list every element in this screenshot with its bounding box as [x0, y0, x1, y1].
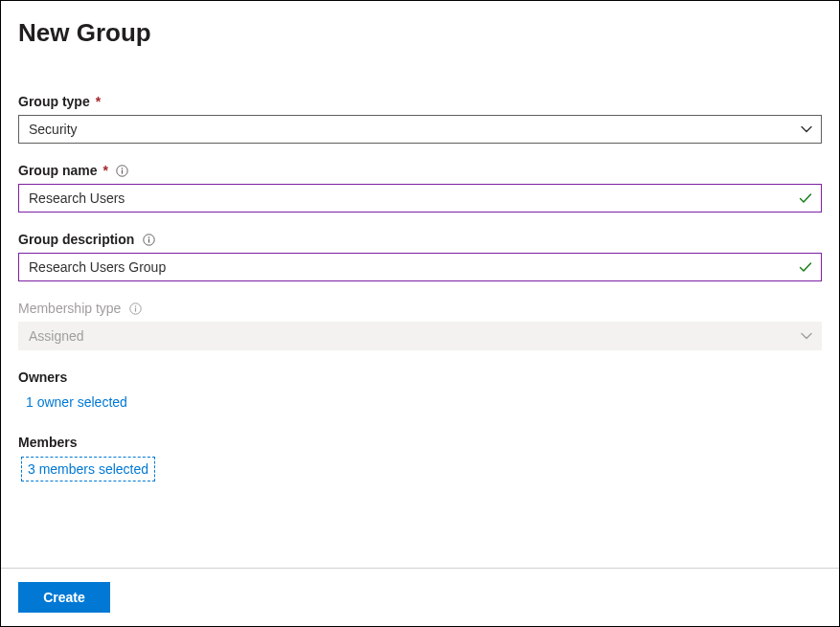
svg-point-7 — [135, 305, 137, 307]
group-name-field: Group name * Research Users — [18, 163, 822, 213]
membership-type-select-wrap: Assigned — [18, 322, 822, 350]
group-description-label-text: Group description — [18, 232, 134, 247]
members-selected-link[interactable]: 3 members selected — [24, 459, 152, 479]
membership-type-field: Membership type Assigned — [18, 301, 822, 350]
owners-section: Owners 1 owner selected — [18, 369, 822, 410]
membership-type-label-text: Membership type — [18, 301, 121, 316]
group-description-field: Group description Research Users Group — [18, 232, 822, 281]
svg-point-1 — [122, 168, 124, 169]
chevron-down-icon — [800, 123, 813, 136]
checkmark-icon — [798, 259, 813, 275]
members-section: Members 3 members selected — [18, 435, 822, 479]
form-footer: Create — [1, 568, 839, 626]
form-content: New Group Group type * Security Group na… — [1, 1, 839, 568]
info-icon[interactable] — [116, 164, 129, 177]
group-name-input-wrap: Research Users — [18, 184, 822, 213]
svg-rect-2 — [122, 169, 123, 173]
group-name-value: Research Users — [29, 190, 125, 206]
group-type-field: Group type * Security — [18, 94, 822, 144]
group-description-value: Research Users Group — [29, 259, 166, 275]
create-button[interactable]: Create — [18, 582, 110, 613]
owners-selected-link[interactable]: 1 owner selected — [26, 394, 127, 410]
membership-type-select: Assigned — [18, 322, 822, 350]
required-asterisk: * — [96, 94, 101, 109]
group-type-label: Group type * — [18, 94, 822, 109]
chevron-down-icon — [800, 329, 813, 343]
group-name-label-text: Group name — [18, 163, 97, 178]
members-label: Members — [18, 435, 822, 450]
group-type-label-text: Group type — [18, 94, 90, 109]
group-description-input-wrap: Research Users Group — [18, 253, 822, 281]
required-asterisk: * — [102, 163, 107, 178]
svg-rect-8 — [135, 307, 136, 311]
info-icon[interactable] — [142, 233, 155, 246]
group-name-input[interactable]: Research Users — [18, 184, 822, 213]
page-title: New Group — [18, 18, 822, 48]
group-name-label: Group name * — [18, 163, 822, 178]
info-icon[interactable] — [128, 302, 142, 315]
checkmark-icon — [798, 190, 813, 206]
membership-type-value: Assigned — [29, 328, 84, 344]
group-description-label: Group description — [18, 232, 822, 247]
svg-rect-5 — [148, 238, 149, 242]
svg-point-4 — [148, 236, 150, 238]
group-type-select-wrap: Security — [18, 115, 822, 144]
group-type-value: Security — [29, 122, 78, 137]
membership-type-label: Membership type — [18, 301, 822, 316]
new-group-form: New Group Group type * Security Group na… — [0, 0, 840, 627]
group-type-select[interactable]: Security — [18, 115, 822, 144]
group-description-input[interactable]: Research Users Group — [18, 253, 822, 281]
owners-label: Owners — [18, 369, 822, 385]
